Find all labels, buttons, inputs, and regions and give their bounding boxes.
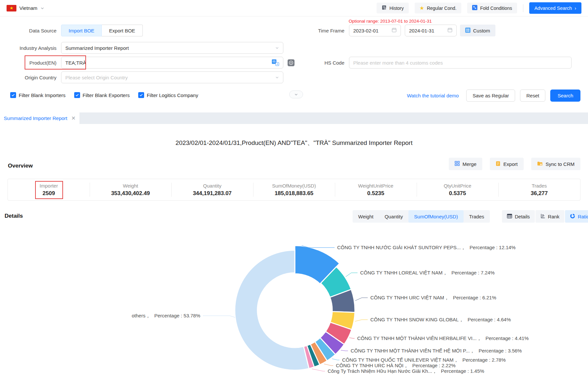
product-en-label: Product(EN) <box>4 60 56 66</box>
calendar-icon[interactable] <box>447 28 452 33</box>
chevron-down-icon <box>275 75 279 80</box>
translate-icon[interactable]: 中 A <box>272 59 279 66</box>
hs-code-field[interactable] <box>349 57 572 69</box>
filter-logitics-company-checkbox[interactable]: Filter Logitics Company <box>138 92 198 98</box>
chart-label-percentage: Percentage : 2.22% <box>412 363 456 368</box>
overview-heading: Overview <box>8 163 33 169</box>
regular-cond-button[interactable]: ★ Regular Cond. <box>415 3 462 13</box>
chevron-right-icon: › <box>575 6 576 11</box>
metric-tab-sum-of-money[interactable]: SumOfMoney(USD) <box>408 210 463 223</box>
fold-icon <box>472 5 477 11</box>
stat-label: Weight <box>123 183 138 189</box>
industry-analysis-select[interactable]: Summarized Importer Report <box>61 42 283 54</box>
metric-tab-group: Weight Quantity SumOfMoney(USD) Trades <box>353 210 490 223</box>
export-boe-tab[interactable]: Export BOE <box>102 25 142 36</box>
chart-label-percentage: Percentage : 6.21% <box>453 295 496 300</box>
stat-label: WeightUnitPrice <box>358 183 393 189</box>
stat-label: SumOfMoney(USD) <box>272 183 316 189</box>
stat-label: Importer <box>40 183 58 189</box>
stat-value: 344,191,283.07 <box>193 190 231 197</box>
chart-leader-line <box>346 273 358 277</box>
origin-country-placeholder: Please select Origin Country <box>65 75 128 80</box>
stat-value: 353,430,402.49 <box>111 190 150 197</box>
stat-value: 36,277 <box>531 190 548 197</box>
report-title: 2023/02/01-2024/01/31,Product(EN) AND"TE… <box>0 139 588 147</box>
merge-icon <box>455 161 460 167</box>
chart-leader-line <box>355 298 368 301</box>
stat-trades: Trades 36,277 <box>498 179 580 200</box>
chart-label-percentage: Percentage : 53.78% <box>154 313 200 318</box>
chart-label-percentage: Percentage : 3.56% <box>479 348 522 353</box>
chart-label: CÔNG TY TNHH URC VIỆT NAM，Percentage : 6… <box>370 295 496 301</box>
metric-tab-weight[interactable]: Weight <box>353 210 379 223</box>
table-icon <box>507 214 512 219</box>
chart-label: CÔNG TY TNHH NƯỚC GIẢI KHÁT SUNTORY PEPS… <box>337 245 515 251</box>
chart-label-percentage: Percentage : 4.41% <box>486 335 529 341</box>
star-icon: ★ <box>420 6 424 11</box>
calendar-icon[interactable] <box>392 28 397 33</box>
custom-range-button[interactable]: Custom <box>460 25 495 36</box>
chart-label-company: CÔNG TY TNHH NƯỚC GIẢI KHÁT SUNTORY PEPS… <box>337 245 466 250</box>
reset-button[interactable]: Reset <box>520 90 545 102</box>
stat-value: 2509 <box>43 190 55 197</box>
chart-label: others，Percentage : 53.78% <box>132 313 200 319</box>
stat-label: QtyUnitPrice <box>444 183 471 189</box>
filter-blank-exporters-label: Filter Blank Exporters <box>83 92 130 98</box>
end-date-field[interactable] <box>405 25 457 36</box>
overview-stats-card: Importer 2509 Weight 353,430,402.49 Quan… <box>8 179 580 201</box>
tab-strip: Summarized Importer Report ✕ <box>0 112 588 124</box>
merge-button[interactable]: Merge <box>449 158 483 170</box>
tutorial-link[interactable]: Watch the tutorial demo <box>407 93 459 98</box>
view-tab-ratio[interactable]: Ratio <box>565 210 588 223</box>
export-button[interactable]: Export <box>490 158 523 170</box>
filter-blank-importers-checkbox[interactable]: Filter Blank Importers <box>10 92 66 98</box>
product-en-input[interactable] <box>65 60 272 66</box>
chevron-down-icon <box>275 45 279 51</box>
export-label: Export <box>503 161 517 167</box>
sync-to-crm-button[interactable]: Sync to CRM <box>531 158 580 170</box>
stat-label: Trades <box>532 183 547 189</box>
import-boe-tab[interactable]: Import BOE <box>61 25 102 36</box>
chart-label-company: others， <box>132 313 150 318</box>
time-frame-row: Time Frame Custom <box>292 25 495 36</box>
chart-leader-line <box>312 369 325 371</box>
hs-code-input[interactable] <box>353 60 567 66</box>
filter-blank-exporters-checkbox[interactable]: Filter Blank Exporters <box>74 92 130 98</box>
view-tab-rank[interactable]: Rank <box>535 210 564 223</box>
donut-chart-icon <box>570 213 575 220</box>
metric-tab-quantity[interactable]: Quantity <box>379 210 408 223</box>
start-date-input[interactable] <box>353 28 386 33</box>
checkbox-checked-icon <box>10 92 16 98</box>
tab-summarized-importer-report[interactable]: Summarized Importer Report ✕ <box>0 112 79 124</box>
chart-label-company: CÔNG TY TNHH MỘT THÀNH VIÊN HERBALIFE VI… <box>357 335 482 341</box>
filter-logitics-company-label: Filter Logitics Company <box>147 92 198 98</box>
sync-to-crm-label: Sync to CRM <box>546 161 575 167</box>
chevron-down-icon[interactable] <box>40 6 44 10</box>
search-button[interactable]: Search <box>550 90 580 102</box>
collapse-conditions-toggle[interactable] <box>289 90 303 98</box>
chart-leader-line <box>355 320 368 321</box>
app-window: ★ Vietnam History ★ Regular Cond. Fold C… <box>0 0 588 381</box>
end-date-input[interactable] <box>409 28 442 33</box>
chart-label-company: Công Ty Trách Nhiệm Hữu Hạn Nước Giải Kh… <box>328 368 437 374</box>
metric-tab-trades[interactable]: Trades <box>464 210 490 223</box>
chart-label: CÔNG TY TNHH MỘT THÀNH VIÊN THẾ HỆ MỚI P… <box>351 348 522 354</box>
filter-checkbox-row: Filter Blank Importers Filter Blank Expo… <box>10 92 198 98</box>
chart-label-percentage: Percentage : 12.14% <box>469 245 515 250</box>
advanced-search-button[interactable]: Advanced Search › <box>529 2 581 14</box>
overview-toolbar: Merge Export Sync to CRM <box>449 158 580 170</box>
product-en-field[interactable]: 中 A <box>61 57 283 69</box>
close-icon[interactable]: ✕ <box>71 116 76 121</box>
chart-leader-line <box>332 359 339 360</box>
product-row: Product(EN) 中 A <box>4 57 294 69</box>
fold-conditions-button[interactable]: Fold Conditions <box>467 3 517 13</box>
view-tab-details[interactable]: Details <box>502 210 535 223</box>
custom-label: Custom <box>473 28 490 33</box>
start-date-field[interactable] <box>349 25 401 36</box>
chart-label: CÔNG TY TNHH LOREAL VIỆT NAM，Percentage … <box>360 270 495 276</box>
save-as-regular-button[interactable]: Save as Regular <box>466 90 515 102</box>
origin-country-select[interactable]: Please select Origin Country <box>61 71 283 83</box>
country-selector[interactable]: Vietnam <box>19 5 37 11</box>
history-button[interactable]: History <box>377 3 409 13</box>
folder-sync-icon <box>537 161 543 167</box>
